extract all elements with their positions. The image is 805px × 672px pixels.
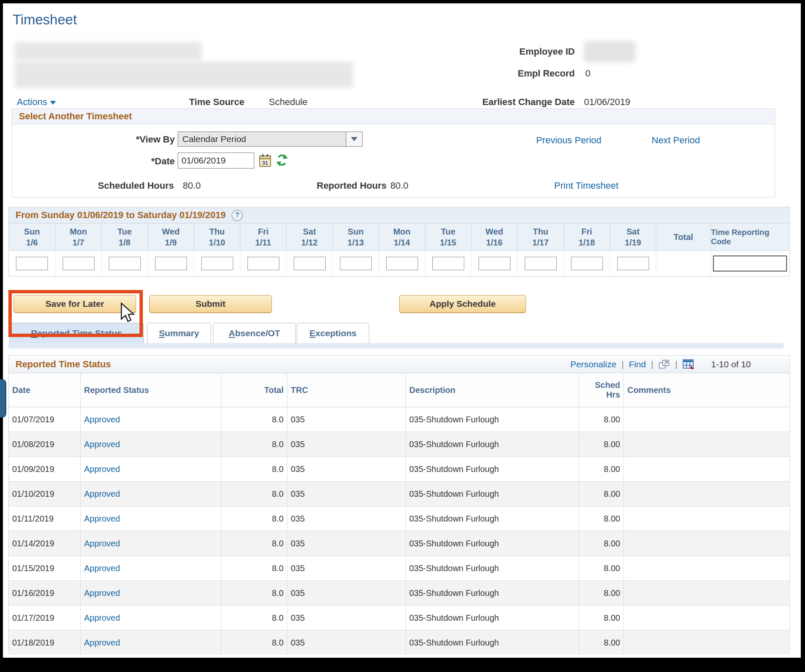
- side-panel-handle[interactable]: [0, 379, 6, 418]
- table-row: 01/07/2019Approved8.0035035-Shutdown Fur…: [9, 407, 789, 432]
- actions-link[interactable]: Actions: [17, 97, 47, 107]
- separator: |: [651, 359, 653, 369]
- row-range-text: 1-10 of 10: [711, 359, 751, 369]
- approved-link[interactable]: Approved: [84, 489, 120, 499]
- submit-button[interactable]: Submit: [149, 295, 272, 313]
- tab-summary[interactable]: Summary: [147, 323, 211, 343]
- timesheet-grid: From Sunday 01/06/2019 to Saturday 01/19…: [8, 207, 790, 277]
- view-by-selected-value: Calendar Period: [178, 132, 346, 146]
- find-link[interactable]: Find: [629, 359, 646, 369]
- apply-schedule-button[interactable]: Apply Schedule: [399, 295, 526, 313]
- day-hours-input[interactable]: [109, 257, 141, 270]
- approved-link[interactable]: Approved: [84, 539, 120, 548]
- mouse-cursor-icon: [119, 303, 135, 325]
- table-row: 01/09/2019Approved8.0035035-Shutdown Fur…: [9, 456, 789, 481]
- day-header-cell: Thu1/10: [194, 224, 240, 250]
- table-row: 01/10/2019Approved8.0035035-Shutdown Fur…: [9, 481, 789, 506]
- cell-description: 035-Shutdown Furlough: [406, 482, 579, 506]
- view-by-label: *View By: [96, 134, 175, 145]
- reported-hours-value: 80.0: [390, 180, 408, 191]
- day-hours-input[interactable]: [340, 257, 372, 270]
- help-icon[interactable]: ?: [232, 210, 243, 221]
- cell-total: 8.0: [221, 457, 287, 481]
- day-hours-input[interactable]: [201, 257, 233, 270]
- day-hours-input[interactable]: [617, 257, 649, 270]
- view-all-popup-icon[interactable]: [658, 359, 670, 370]
- day-hours-input[interactable]: [571, 257, 603, 270]
- period-title: From Sunday 01/06/2019 to Saturday 01/19…: [16, 210, 226, 221]
- cell-description: 035-Shutdown Furlough: [406, 506, 579, 531]
- day-hours-input[interactable]: [16, 257, 48, 270]
- separator: |: [621, 359, 623, 369]
- approved-link[interactable]: Approved: [84, 638, 120, 648]
- date-input[interactable]: [178, 153, 254, 169]
- print-timesheet-link[interactable]: Print Timesheet: [554, 180, 618, 191]
- cell-total: 8.0: [221, 556, 287, 580]
- section-title: Reported Time Status: [16, 359, 111, 370]
- approved-link[interactable]: Approved: [84, 514, 120, 524]
- table-row: 01/17/2019Approved8.0035035-Shutdown Fur…: [9, 605, 789, 630]
- table-row: 01/14/2019Approved8.0035035-Shutdown Fur…: [9, 531, 789, 556]
- reported-hours-label: Reported Hours: [264, 180, 387, 191]
- day-hours-input[interactable]: [479, 257, 510, 270]
- cell-description: 035-Shutdown Furlough: [406, 556, 579, 580]
- day-hours-input[interactable]: [432, 257, 464, 270]
- cell-comments: [624, 482, 789, 506]
- day-hours-input[interactable]: [294, 257, 326, 270]
- tab-absence-ot[interactable]: Absence/OT: [213, 323, 296, 343]
- day-header-cell: Mon1/14: [379, 224, 425, 250]
- refresh-icon[interactable]: [275, 153, 289, 167]
- report-rows: 01/07/2019Approved8.0035035-Shutdown Fur…: [9, 407, 789, 655]
- day-hours-input[interactable]: [247, 257, 279, 270]
- day-header-cell: Tue1/15: [425, 224, 471, 250]
- view-by-select[interactable]: Calendar Period: [178, 132, 363, 147]
- empl-record-label: Empl Record: [449, 68, 575, 79]
- approved-link[interactable]: Approved: [84, 440, 120, 449]
- column-header-sched-hrs: Sched Hrs: [579, 373, 624, 407]
- download-to-excel-icon[interactable]: [682, 359, 695, 370]
- day-hours-input[interactable]: [386, 257, 418, 270]
- cell-status: Approved: [81, 482, 221, 506]
- approved-link[interactable]: Approved: [84, 613, 120, 623]
- approved-link[interactable]: Approved: [84, 588, 120, 598]
- cell-trc: 035: [287, 407, 406, 432]
- cell-date: 01/09/2019: [9, 457, 81, 481]
- table-row: 01/11/2019Approved8.0035035-Shutdown Fur…: [9, 506, 789, 531]
- scheduled-hours-value: 80.0: [183, 180, 201, 191]
- panel-header: Select Another Timesheet: [12, 109, 775, 124]
- cell-sched_hrs: 8.00: [579, 556, 624, 580]
- cell-status: Approved: [81, 581, 221, 605]
- table-row: 01/08/2019Approved8.0035035-Shutdown Fur…: [9, 432, 789, 456]
- cell-description: 035-Shutdown Furlough: [406, 606, 579, 630]
- approved-link[interactable]: Approved: [84, 564, 120, 573]
- day-header-cell: Fri1/11: [240, 224, 286, 250]
- approved-link[interactable]: Approved: [84, 415, 120, 424]
- total-cell: [656, 251, 710, 276]
- cell-date: 01/11/2019: [9, 506, 81, 531]
- approved-link[interactable]: Approved: [84, 464, 120, 474]
- next-period-link[interactable]: Next Period: [652, 135, 700, 146]
- time-source-value: Schedule: [269, 97, 308, 108]
- cell-description: 035-Shutdown Furlough: [406, 432, 579, 456]
- cell-trc: 035: [287, 556, 406, 580]
- day-header-row: Sun1/6Mon1/7Tue1/8Wed1/9Thu1/10Fri1/11Sa…: [9, 224, 789, 251]
- cell-trc: 035: [287, 630, 406, 655]
- personalize-link[interactable]: Personalize: [570, 359, 616, 369]
- tab-exceptions[interactable]: Exceptions: [297, 323, 369, 343]
- day-header-cell: Sun1/13: [332, 224, 379, 250]
- day-hours-input[interactable]: [525, 257, 557, 270]
- cell-sched_hrs: 8.00: [579, 457, 624, 481]
- reported-time-status-section: Reported Time Status Personalize | Find …: [8, 355, 790, 651]
- separator: |: [675, 359, 677, 369]
- calendar-icon[interactable]: 31: [258, 153, 272, 168]
- previous-period-link[interactable]: Previous Period: [536, 135, 601, 146]
- dropdown-arrow-icon[interactable]: [346, 132, 362, 146]
- cell-total: 8.0: [221, 606, 287, 630]
- day-hours-input[interactable]: [63, 257, 95, 270]
- cell-total: 8.0: [221, 432, 287, 456]
- actions-menu[interactable]: Actions: [17, 97, 56, 108]
- cell-date: 01/08/2019: [9, 432, 81, 456]
- cell-sched_hrs: 8.00: [579, 506, 624, 531]
- day-hours-input[interactable]: [155, 257, 187, 270]
- time-reporting-code-input[interactable]: [713, 256, 787, 271]
